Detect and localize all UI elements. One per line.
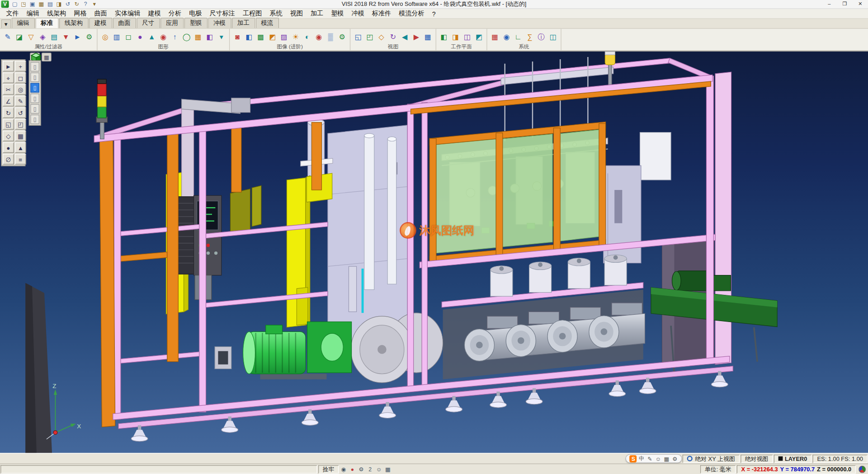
- workplane-xy-icon[interactable]: ◧: [439, 30, 449, 43]
- pan-tool-icon[interactable]: ◇: [3, 131, 14, 141]
- close-button[interactable]: ✕: [853, 0, 868, 8]
- ortho-icon[interactable]: ∟: [513, 30, 524, 43]
- help-icon[interactable]: ?: [81, 0, 90, 8]
- tab-die[interactable]: 冲模: [208, 18, 231, 28]
- layers-icon[interactable]: ▤: [49, 30, 60, 43]
- layer-field[interactable]: LAYER0: [774, 455, 811, 463]
- redo-icon[interactable]: ↻: [72, 0, 80, 8]
- graphics-dropdown-icon[interactable]: ▾: [216, 30, 227, 43]
- new-file-icon[interactable]: ▢: [10, 0, 19, 8]
- multi-view-icon[interactable]: ▦: [422, 30, 433, 43]
- pan-icon[interactable]: ◇: [376, 30, 387, 43]
- next-view-icon[interactable]: ▶: [411, 30, 422, 43]
- angle-measure-icon[interactable]: ∠: [3, 96, 14, 106]
- triangle-tool-icon[interactable]: ▲: [15, 142, 26, 153]
- gear-icon[interactable]: ⚙: [84, 30, 94, 43]
- menu-item-surface[interactable]: 曲面: [90, 9, 111, 19]
- shaded-solid-icon[interactable]: ◧: [204, 30, 215, 43]
- filter-advanced-icon[interactable]: ▼: [60, 30, 71, 43]
- rotate-view-icon[interactable]: ↻: [387, 30, 398, 43]
- menu-item-die[interactable]: 冲模: [348, 9, 368, 19]
- color-picker-icon[interactable]: ◪: [14, 30, 25, 43]
- circle-tool-icon[interactable]: ◎: [15, 84, 26, 95]
- sphere-icon[interactable]: ●: [135, 30, 146, 43]
- grid-icon[interactable]: ▦: [489, 30, 500, 43]
- snap-icon[interactable]: ◉: [501, 30, 512, 43]
- hole-icon[interactable]: ◯: [181, 30, 192, 43]
- save-all-icon[interactable]: ▦: [37, 0, 45, 8]
- menu-item-flow-analysis[interactable]: 模流分析: [395, 9, 428, 19]
- lighting-icon[interactable]: ☀: [290, 30, 301, 43]
- save-icon[interactable]: ▣: [28, 0, 36, 8]
- undo-icon[interactable]: ↺: [64, 0, 72, 8]
- 3d-viewport[interactable]: Z X ▤ ▦ ► + ⌖ ◻ ✂ ◎ ∠ ✎ ↻: [0, 51, 868, 453]
- session-count[interactable]: 2: [366, 465, 375, 473]
- calculator-icon[interactable]: ∑: [524, 30, 535, 43]
- tab-dimension[interactable]: 尺寸: [137, 18, 160, 28]
- undo-tool-icon[interactable]: ↺: [15, 108, 26, 118]
- settings-tray-icon[interactable]: ⚙: [357, 465, 366, 473]
- maximize-button[interactable]: ❐: [837, 0, 852, 8]
- zoom-fit-icon[interactable]: ◱: [353, 30, 363, 43]
- tab-dropdown-icon[interactable]: ▾: [1, 19, 10, 28]
- zoom-window-icon[interactable]: ◰: [364, 30, 375, 43]
- zoom-fit-tool-icon[interactable]: ◱: [3, 119, 14, 129]
- add-point-icon[interactable]: +: [15, 61, 26, 71]
- doc-page-icon[interactable]: ▯: [30, 72, 39, 82]
- tab-wireframe[interactable]: 线架构: [59, 18, 88, 28]
- view-mode-field[interactable]: 绝对视图: [741, 455, 773, 463]
- tab-edit[interactable]: 编辑: [11, 18, 34, 28]
- tab-application[interactable]: 应用: [160, 18, 184, 28]
- background-icon[interactable]: ▒: [325, 30, 336, 43]
- ime-pen-icon[interactable]: ✎: [646, 455, 654, 461]
- diameter-tool-icon[interactable]: ∅: [3, 154, 14, 164]
- print-icon[interactable]: ▤: [46, 0, 54, 8]
- rotate-tool-icon[interactable]: ↻: [3, 108, 14, 118]
- record-icon[interactable]: ●: [348, 465, 357, 473]
- menu-item-mold[interactable]: 塑模: [327, 9, 348, 19]
- menu-item-edit[interactable]: 编辑: [23, 9, 43, 19]
- doc-page-icon[interactable]: ▯: [30, 114, 39, 124]
- torus-icon[interactable]: ◉: [158, 30, 169, 43]
- shadow-icon[interactable]: ◐: [302, 30, 312, 43]
- ime-language-icon[interactable]: 中: [638, 455, 645, 462]
- menu-item-dimension[interactable]: 尺寸标注: [206, 9, 239, 19]
- menu-item-modeling[interactable]: 建模: [144, 9, 165, 19]
- tab-standard[interactable]: 标准: [35, 18, 58, 28]
- menu-item-machining[interactable]: 加工: [307, 9, 327, 19]
- ime-keyboard-icon[interactable]: ▦: [663, 455, 670, 461]
- doc-page-icon[interactable]: ▯: [30, 104, 39, 114]
- menu-item-drawing[interactable]: 工程图: [239, 9, 265, 19]
- filter-icon[interactable]: ▽: [25, 30, 36, 43]
- camera-icon[interactable]: ◉: [313, 30, 324, 43]
- hidden-line-icon[interactable]: ◩: [267, 30, 278, 43]
- pattern-icon[interactable]: ▦: [193, 30, 203, 43]
- sheet-icon[interactable]: ▥: [111, 30, 122, 43]
- tab-machining[interactable]: 加工: [231, 18, 255, 28]
- ime-emoji-icon[interactable]: ☺: [655, 455, 662, 461]
- user-icon[interactable]: ☺: [374, 465, 383, 473]
- ime-brand-icon[interactable]: S: [630, 455, 637, 462]
- tab-surface[interactable]: 曲面: [113, 18, 136, 28]
- parallel-lines-icon[interactable]: ≡: [15, 154, 26, 164]
- image-settings-icon[interactable]: ⚙: [336, 30, 347, 43]
- target-snap-icon[interactable]: ⌖: [3, 72, 14, 83]
- sketch-pen-icon[interactable]: ✎: [15, 96, 26, 106]
- grid-tool-icon[interactable]: ▦: [15, 131, 26, 141]
- app-logo-icon[interactable]: V: [1, 0, 9, 8]
- palette-icon[interactable]: ◨: [55, 0, 63, 8]
- menu-item-electrode[interactable]: 电极: [185, 9, 206, 19]
- tab-flow[interactable]: 模流: [255, 18, 278, 28]
- menu-item-standard-parts[interactable]: 标准件: [368, 9, 395, 19]
- menu-item-view[interactable]: 视图: [286, 9, 307, 19]
- extrude-icon[interactable]: ↑: [170, 30, 180, 43]
- minimize-button[interactable]: –: [821, 0, 837, 8]
- workplane-custom-icon[interactable]: ◩: [473, 30, 484, 43]
- cone-icon[interactable]: ▲: [146, 30, 157, 43]
- cylinder-icon[interactable]: ◎: [99, 30, 110, 43]
- qat-dropdown-icon[interactable]: ▾: [90, 0, 99, 8]
- view-box-icon[interactable]: ▦: [42, 52, 52, 62]
- texture-icon[interactable]: ▨: [278, 30, 289, 43]
- trim-icon[interactable]: ✂: [3, 84, 14, 95]
- display-settings-icon[interactable]: ◫: [547, 30, 558, 43]
